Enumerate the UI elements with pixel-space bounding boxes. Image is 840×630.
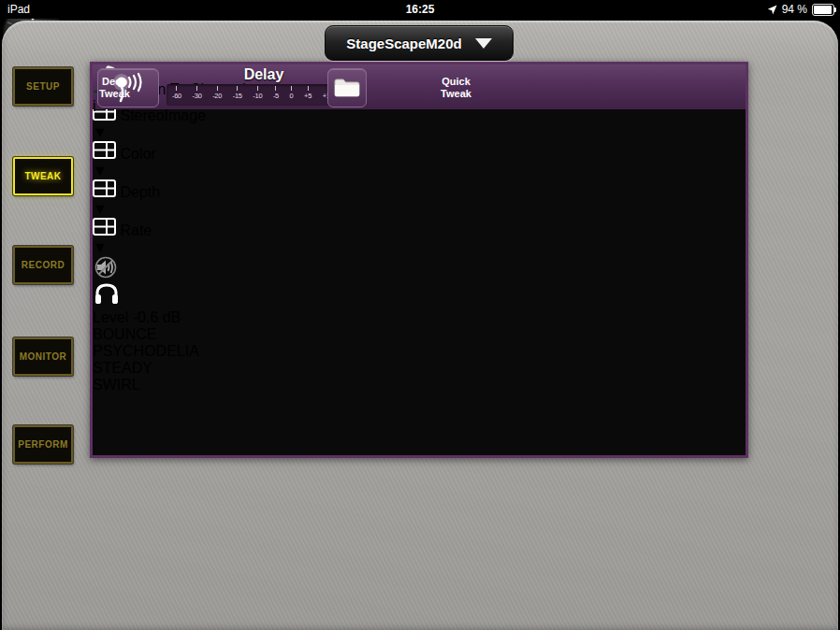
location-arrow-icon (767, 5, 777, 15)
param-label: Color (120, 146, 155, 162)
folder-icon (334, 78, 360, 98)
scale-tick: -10 (253, 86, 262, 100)
scale-tick: -20 (212, 86, 222, 100)
panel-header: Delay -60-30-20-15-10-50+5+10+15 Quick T… (93, 64, 746, 109)
deep-tweak-tab[interactable]: Deep Tweak (93, 69, 137, 106)
param-color-button[interactable]: Color (93, 141, 746, 163)
param-label: Depth (120, 184, 160, 200)
level-readout: Level -0.6 dB (93, 309, 746, 326)
speaker-muted-icon (93, 256, 121, 279)
param-separator-arrow: ▼ (93, 201, 746, 218)
speaker-mute-button[interactable] (93, 256, 746, 282)
nav-tweak-button[interactable]: TWEAK (13, 157, 73, 195)
scale-tick: -30 (193, 86, 202, 100)
param-depth-button[interactable]: Depth (93, 179, 746, 201)
param-separator-arrow: ▼ (93, 163, 746, 179)
status-time: 16:25 (0, 3, 840, 16)
status-bar: iPad 16:25 94 % (0, 0, 840, 19)
preset-folder-button[interactable] (327, 68, 367, 107)
pad-grid-icon (93, 179, 116, 197)
level-value: -0.6 dB (133, 309, 181, 325)
quick-tweak-tab[interactable]: Quick Tweak (434, 69, 478, 106)
pad-grid-icon (93, 141, 116, 159)
pad-grid-icon (93, 218, 116, 236)
stagescape-app: iPad 16:25 94 % StageScapeM20d SETUPTWEA… (0, 0, 840, 630)
tweak-panel: Delay -60-30-20-15-10-50+5+10+15 Quick T… (90, 62, 748, 458)
nav-perform-button[interactable]: PERFORM (13, 425, 73, 464)
nav-setup-button[interactable]: SETUP (13, 67, 73, 106)
param-label: Rate (120, 222, 152, 238)
level-label: Level (93, 309, 128, 325)
xy-corner-bottom-left: STEADY (93, 360, 746, 377)
headphones-icon (93, 282, 121, 306)
battery-icon (812, 4, 834, 16)
xy-corner-top-right: PSYCHODELIA (93, 343, 746, 360)
scale-tick: 0 (290, 86, 294, 100)
device-selector-label: StageScapeM20d (346, 36, 461, 51)
scale-tick: -15 (233, 86, 242, 100)
nav-record-button[interactable]: RECORD (13, 246, 73, 284)
param-separator-arrow: ▼ (93, 124, 746, 141)
xy-pad[interactable]: BOUNCE PSYCHODELIA STEADY SWIRL (93, 326, 746, 394)
param-separator-arrow: ▼ (93, 239, 746, 256)
chevron-down-icon (475, 38, 492, 49)
xy-corner-bottom-right: SWIRL (93, 377, 746, 394)
headphones-button[interactable] (93, 282, 746, 309)
status-right-cluster: 94 % (767, 2, 834, 17)
xy-corner-top-left: BOUNCE (93, 326, 746, 343)
param-rate-button[interactable]: Rate (93, 218, 746, 239)
scale-tick: +5 (304, 86, 311, 100)
device-selector-dropdown[interactable]: StageScapeM20d (325, 25, 514, 61)
scale-tick: -60 (172, 86, 181, 100)
scale-tick: -5 (273, 86, 279, 100)
nav-monitor-button[interactable]: MONITOR (13, 337, 73, 376)
battery-percent: 94 % (782, 3, 807, 16)
